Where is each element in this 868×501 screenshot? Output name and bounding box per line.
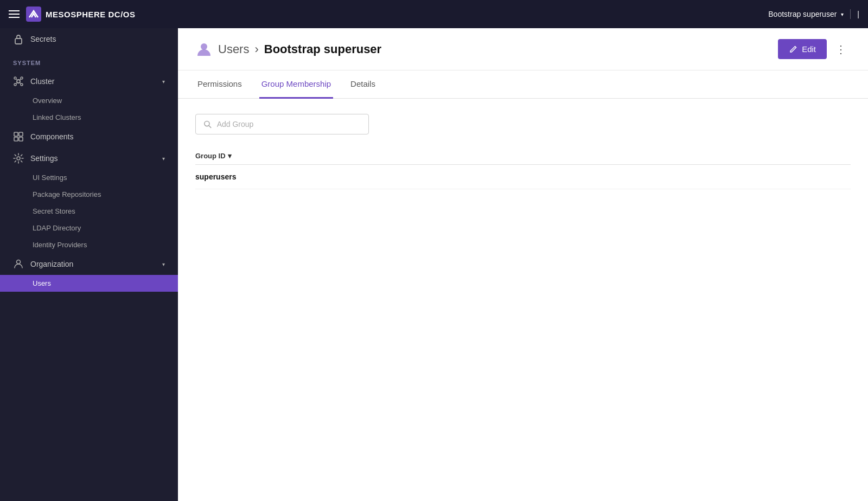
sidebar-settings-label: Settings <box>30 154 156 163</box>
sidebar-org-label: Organization <box>30 260 156 268</box>
more-options-button[interactable]: ⋮ <box>831 40 851 59</box>
col-group-id-header[interactable]: Group ID ▾ <box>195 147 851 165</box>
edit-button-label: Edit <box>802 44 816 54</box>
breadcrumb-parent[interactable]: Users <box>218 42 249 56</box>
group-id-cell: superusers <box>195 165 851 189</box>
svg-line-7 <box>16 79 17 80</box>
tabs: Permissions Group Membership Details <box>178 70 868 99</box>
username-label[interactable]: Bootstrap superuser <box>768 10 837 18</box>
sidebar: Secrets System Cluster ▾ <box>0 28 178 501</box>
search-box[interactable] <box>195 114 369 134</box>
layout: Secrets System Cluster ▾ <box>0 28 868 501</box>
svg-rect-13 <box>14 137 18 141</box>
sidebar-item-secrets[interactable]: Secrets <box>0 28 178 50</box>
breadcrumb: Users › Bootstrap superuser <box>195 41 381 58</box>
sidebar-cluster-label: Cluster <box>30 77 156 86</box>
components-icon <box>13 131 24 142</box>
sidebar-sub-package-repos[interactable]: Package Repositories <box>0 186 178 203</box>
svg-point-6 <box>21 84 23 86</box>
page-header: Users › Bootstrap superuser Edit ⋮ <box>178 28 868 70</box>
breadcrumb-current: Bootstrap superuser <box>264 42 381 56</box>
add-group-input[interactable] <box>217 120 361 129</box>
svg-rect-11 <box>14 132 18 136</box>
svg-line-8 <box>20 79 21 80</box>
sidebar-sub-users[interactable]: Users <box>0 275 178 292</box>
svg-point-17 <box>201 43 207 50</box>
mesosphere-logo-icon <box>26 7 41 22</box>
svg-point-5 <box>14 84 16 86</box>
lock-icon <box>13 34 24 44</box>
sidebar-sub-ldap[interactable]: LDAP Directory <box>0 220 178 236</box>
sidebar-item-settings[interactable]: Settings ▾ <box>0 147 178 169</box>
svg-rect-1 <box>15 38 22 44</box>
sort-arrow-icon: ▾ <box>228 152 232 160</box>
table-row: superusers <box>195 165 851 189</box>
svg-line-9 <box>16 83 17 84</box>
tab-details[interactable]: Details <box>348 70 378 99</box>
header-actions: Edit ⋮ <box>778 39 851 59</box>
svg-point-3 <box>14 77 16 79</box>
system-section-label: System <box>0 50 178 70</box>
cluster-icon <box>13 76 24 87</box>
nav-extra-icon: | <box>857 10 859 18</box>
brand-logo-area: MESOSPHERE DC/OS <box>26 7 136 22</box>
svg-rect-14 <box>19 137 23 141</box>
top-nav-right: Bootstrap superuser ▾ | <box>768 9 859 19</box>
settings-chevron-icon: ▾ <box>162 156 165 162</box>
nav-divider <box>850 9 851 19</box>
main-content: Users › Bootstrap superuser Edit ⋮ Permi… <box>178 28 868 501</box>
username-dropdown-icon[interactable]: ▾ <box>841 11 844 17</box>
sidebar-item-cluster[interactable]: Cluster ▾ <box>0 70 178 92</box>
sidebar-components-label: Components <box>30 132 165 141</box>
svg-line-19 <box>209 126 211 128</box>
top-nav: MESOSPHERE DC/OS Bootstrap superuser ▾ | <box>0 0 868 28</box>
settings-gear-icon <box>13 153 24 164</box>
org-chevron-icon: ▾ <box>162 261 165 267</box>
sidebar-item-organization[interactable]: Organization ▾ <box>0 253 178 275</box>
group-membership-content: Group ID ▾ superusers <box>178 99 868 501</box>
sidebar-sub-overview[interactable]: Overview <box>0 92 178 109</box>
col-group-id-label: Group ID <box>195 152 226 160</box>
sidebar-item-components[interactable]: Components <box>0 126 178 147</box>
group-table: Group ID ▾ superusers <box>195 147 851 189</box>
top-nav-left: MESOSPHERE DC/OS <box>9 7 136 22</box>
sidebar-sub-ui-settings[interactable]: UI Settings <box>0 169 178 186</box>
search-icon <box>203 120 212 129</box>
edit-button[interactable]: Edit <box>778 39 827 59</box>
svg-line-10 <box>20 83 21 84</box>
tab-permissions[interactable]: Permissions <box>195 70 244 99</box>
edit-pencil-icon <box>789 45 797 54</box>
sidebar-sub-identity-providers[interactable]: Identity Providers <box>0 236 178 253</box>
svg-point-16 <box>17 260 21 264</box>
svg-point-2 <box>17 80 20 83</box>
sidebar-sub-linked-clusters[interactable]: Linked Clusters <box>0 109 178 126</box>
breadcrumb-separator: › <box>254 42 258 56</box>
org-icon <box>13 259 24 269</box>
svg-point-4 <box>21 77 23 79</box>
sidebar-sub-secret-stores[interactable]: Secret Stores <box>0 203 178 220</box>
user-avatar-icon <box>195 41 213 58</box>
cluster-chevron-icon: ▾ <box>162 79 165 85</box>
hamburger-menu[interactable] <box>9 10 20 18</box>
svg-rect-12 <box>19 132 23 136</box>
tab-group-membership[interactable]: Group Membership <box>259 70 333 99</box>
svg-point-15 <box>17 157 20 160</box>
sidebar-secrets-label: Secrets <box>30 35 165 43</box>
brand-text: MESOSPHERE DC/OS <box>46 10 136 19</box>
